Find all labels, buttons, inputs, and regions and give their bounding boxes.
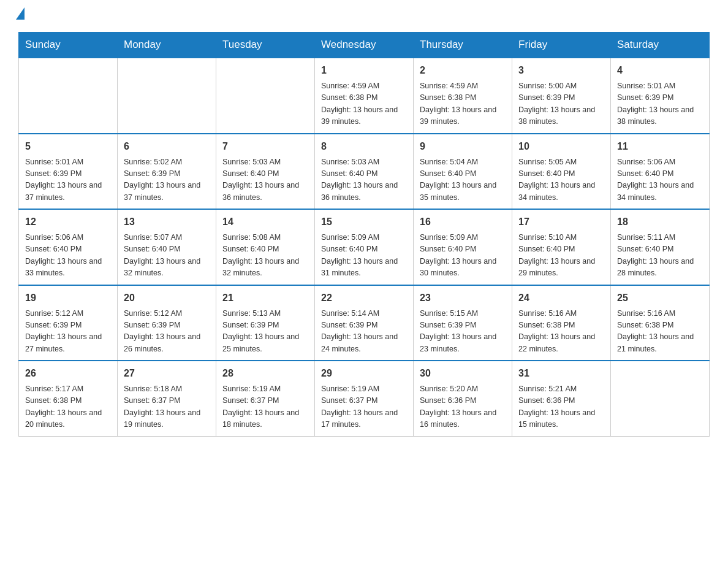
weekday-header-sunday: Sunday — [19, 33, 118, 58]
calendar-cell: 22Sunrise: 5:14 AM Sunset: 6:39 PM Dayli… — [315, 285, 414, 361]
day-info: Sunrise: 4:59 AM Sunset: 6:38 PM Dayligh… — [321, 80, 407, 128]
calendar-table: SundayMondayTuesdayWednesdayThursdayFrid… — [18, 32, 710, 437]
day-info: Sunrise: 5:14 AM Sunset: 6:39 PM Dayligh… — [321, 308, 407, 356]
logo — [18, 12, 25, 20]
day-info: Sunrise: 5:19 AM Sunset: 6:37 PM Dayligh… — [321, 383, 407, 431]
day-number: 4 — [617, 63, 703, 78]
calendar-cell: 24Sunrise: 5:16 AM Sunset: 6:38 PM Dayli… — [512, 285, 611, 361]
calendar-cell: 31Sunrise: 5:21 AM Sunset: 6:36 PM Dayli… — [512, 361, 611, 436]
day-info: Sunrise: 5:06 AM Sunset: 6:40 PM Dayligh… — [25, 232, 111, 280]
day-info: Sunrise: 5:13 AM Sunset: 6:39 PM Dayligh… — [222, 308, 308, 356]
day-info: Sunrise: 5:01 AM Sunset: 6:39 PM Dayligh… — [617, 80, 703, 128]
calendar-cell: 7Sunrise: 5:03 AM Sunset: 6:40 PM Daylig… — [216, 134, 315, 210]
calendar-cell: 18Sunrise: 5:11 AM Sunset: 6:40 PM Dayli… — [611, 209, 710, 285]
calendar-cell: 29Sunrise: 5:19 AM Sunset: 6:37 PM Dayli… — [315, 361, 414, 436]
day-info: Sunrise: 5:04 AM Sunset: 6:40 PM Dayligh… — [420, 156, 506, 204]
day-number: 7 — [222, 139, 308, 154]
calendar-cell: 20Sunrise: 5:12 AM Sunset: 6:39 PM Dayli… — [118, 285, 216, 361]
day-info: Sunrise: 5:19 AM Sunset: 6:37 PM Dayligh… — [222, 383, 308, 431]
day-info: Sunrise: 5:16 AM Sunset: 6:38 PM Dayligh… — [518, 308, 604, 356]
calendar-cell — [19, 58, 118, 134]
day-number: 9 — [420, 139, 506, 154]
calendar-week-row: 12Sunrise: 5:06 AM Sunset: 6:40 PM Dayli… — [19, 209, 710, 285]
calendar-header-row: SundayMondayTuesdayWednesdayThursdayFrid… — [19, 33, 710, 58]
day-info: Sunrise: 5:08 AM Sunset: 6:40 PM Dayligh… — [222, 232, 308, 280]
calendar-cell: 6Sunrise: 5:02 AM Sunset: 6:39 PM Daylig… — [118, 134, 216, 210]
calendar-cell: 25Sunrise: 5:16 AM Sunset: 6:38 PM Dayli… — [611, 285, 710, 361]
calendar-cell: 17Sunrise: 5:10 AM Sunset: 6:40 PM Dayli… — [512, 209, 611, 285]
day-info: Sunrise: 5:10 AM Sunset: 6:40 PM Dayligh… — [518, 232, 604, 280]
calendar-cell: 14Sunrise: 5:08 AM Sunset: 6:40 PM Dayli… — [216, 209, 315, 285]
calendar-cell — [118, 58, 216, 134]
day-info: Sunrise: 5:21 AM Sunset: 6:36 PM Dayligh… — [518, 383, 604, 431]
day-number: 11 — [617, 139, 703, 154]
calendar-cell: 16Sunrise: 5:09 AM Sunset: 6:40 PM Dayli… — [414, 209, 512, 285]
calendar-cell: 15Sunrise: 5:09 AM Sunset: 6:40 PM Dayli… — [315, 209, 414, 285]
day-number: 22 — [321, 291, 407, 305]
calendar-cell: 13Sunrise: 5:07 AM Sunset: 6:40 PM Dayli… — [118, 209, 216, 285]
calendar-cell: 23Sunrise: 5:15 AM Sunset: 6:39 PM Dayli… — [414, 285, 512, 361]
day-number: 30 — [420, 366, 506, 381]
calendar-cell: 27Sunrise: 5:18 AM Sunset: 6:37 PM Dayli… — [118, 361, 216, 436]
weekday-header-saturday: Saturday — [611, 33, 710, 58]
weekday-header-tuesday: Tuesday — [216, 33, 315, 58]
day-number: 15 — [321, 215, 407, 229]
day-info: Sunrise: 5:06 AM Sunset: 6:40 PM Dayligh… — [617, 156, 703, 204]
weekday-header-friday: Friday — [512, 33, 611, 58]
calendar-cell: 5Sunrise: 5:01 AM Sunset: 6:39 PM Daylig… — [19, 134, 118, 210]
day-info: Sunrise: 5:20 AM Sunset: 6:36 PM Dayligh… — [420, 383, 506, 431]
day-info: Sunrise: 5:07 AM Sunset: 6:40 PM Dayligh… — [124, 232, 210, 280]
calendar-cell: 26Sunrise: 5:17 AM Sunset: 6:38 PM Dayli… — [19, 361, 118, 436]
calendar-cell: 8Sunrise: 5:03 AM Sunset: 6:40 PM Daylig… — [315, 134, 414, 210]
calendar-cell: 1Sunrise: 4:59 AM Sunset: 6:38 PM Daylig… — [315, 58, 414, 134]
day-number: 20 — [124, 291, 210, 305]
calendar-cell: 3Sunrise: 5:00 AM Sunset: 6:39 PM Daylig… — [512, 58, 611, 134]
calendar-cell: 4Sunrise: 5:01 AM Sunset: 6:39 PM Daylig… — [611, 58, 710, 134]
calendar-cell: 28Sunrise: 5:19 AM Sunset: 6:37 PM Dayli… — [216, 361, 315, 436]
day-number: 17 — [518, 215, 604, 229]
day-number: 5 — [25, 139, 111, 154]
day-number: 27 — [124, 366, 210, 381]
day-info: Sunrise: 5:00 AM Sunset: 6:39 PM Dayligh… — [518, 80, 604, 128]
day-number: 28 — [222, 366, 308, 381]
logo-triangle-icon — [16, 7, 25, 20]
header — [18, 12, 710, 20]
day-number: 21 — [222, 291, 308, 305]
day-info: Sunrise: 5:12 AM Sunset: 6:39 PM Dayligh… — [124, 308, 210, 356]
day-number: 24 — [518, 291, 604, 305]
day-info: Sunrise: 5:01 AM Sunset: 6:39 PM Dayligh… — [25, 156, 111, 204]
calendar-cell: 9Sunrise: 5:04 AM Sunset: 6:40 PM Daylig… — [414, 134, 512, 210]
day-number: 23 — [420, 291, 506, 305]
calendar-week-row: 26Sunrise: 5:17 AM Sunset: 6:38 PM Dayli… — [19, 361, 710, 436]
calendar-week-row: 5Sunrise: 5:01 AM Sunset: 6:39 PM Daylig… — [19, 134, 710, 210]
calendar-cell: 10Sunrise: 5:05 AM Sunset: 6:40 PM Dayli… — [512, 134, 611, 210]
day-info: Sunrise: 5:02 AM Sunset: 6:39 PM Dayligh… — [124, 156, 210, 204]
day-number: 19 — [25, 291, 111, 305]
calendar-cell: 30Sunrise: 5:20 AM Sunset: 6:36 PM Dayli… — [414, 361, 512, 436]
day-number: 2 — [420, 63, 506, 78]
day-number: 10 — [518, 139, 604, 154]
calendar-cell — [216, 58, 315, 134]
day-number: 26 — [25, 366, 111, 381]
calendar-cell: 2Sunrise: 4:59 AM Sunset: 6:38 PM Daylig… — [414, 58, 512, 134]
calendar-week-row: 1Sunrise: 4:59 AM Sunset: 6:38 PM Daylig… — [19, 58, 710, 134]
day-info: Sunrise: 5:17 AM Sunset: 6:38 PM Dayligh… — [25, 383, 111, 431]
day-info: Sunrise: 5:16 AM Sunset: 6:38 PM Dayligh… — [617, 308, 703, 356]
calendar-cell: 11Sunrise: 5:06 AM Sunset: 6:40 PM Dayli… — [611, 134, 710, 210]
day-number: 12 — [25, 215, 111, 229]
day-info: Sunrise: 5:05 AM Sunset: 6:40 PM Dayligh… — [518, 156, 604, 204]
day-number: 1 — [321, 63, 407, 78]
day-number: 8 — [321, 139, 407, 154]
day-info: Sunrise: 5:11 AM Sunset: 6:40 PM Dayligh… — [617, 232, 703, 280]
day-number: 18 — [617, 215, 703, 229]
day-number: 6 — [124, 139, 210, 154]
day-number: 31 — [518, 366, 604, 381]
day-info: Sunrise: 5:03 AM Sunset: 6:40 PM Dayligh… — [222, 156, 308, 204]
weekday-header-wednesday: Wednesday — [315, 33, 414, 58]
calendar-cell — [611, 361, 710, 436]
day-number: 29 — [321, 366, 407, 381]
day-number: 14 — [222, 215, 308, 229]
day-info: Sunrise: 5:12 AM Sunset: 6:39 PM Dayligh… — [25, 308, 111, 356]
day-number: 3 — [518, 63, 604, 78]
weekday-header-thursday: Thursday — [414, 33, 512, 58]
